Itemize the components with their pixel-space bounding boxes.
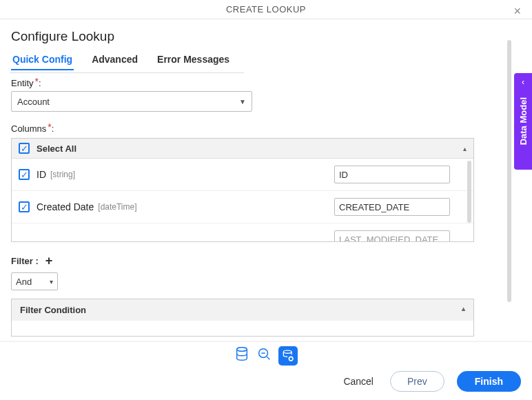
- entity-select[interactable]: Account ▼: [11, 91, 252, 112]
- filter-condition-title: Filter Condition: [20, 305, 86, 315]
- columns-panel: ✓ Select All ▴ ✓ ID [string] ✓ Created D…: [11, 138, 474, 242]
- columns-label: Columns*:: [11, 123, 521, 134]
- filter-condition-header[interactable]: Filter Condition ▴: [12, 299, 473, 321]
- svg-line-3: [267, 357, 270, 360]
- footer-actions: Cancel Prev Finish: [11, 371, 521, 392]
- chevron-left-icon: ‹: [522, 77, 524, 87]
- column-type: [string]: [50, 170, 75, 179]
- filter-label-text: Filter :: [11, 256, 39, 266]
- filter-operator-value: And: [16, 277, 32, 287]
- colon: :: [39, 78, 41, 88]
- filter-label: Filter : +: [11, 254, 521, 267]
- svg-point-4: [283, 350, 291, 353]
- data-model-label: Data Model: [518, 97, 529, 145]
- column-name: Created Date: [37, 201, 94, 212]
- add-filter-button[interactable]: +: [45, 254, 53, 267]
- database-icon[interactable]: [234, 346, 249, 366]
- filter-operator-select[interactable]: And ▾: [11, 272, 58, 290]
- required-asterisk: *: [48, 121, 51, 132]
- column-checkbox[interactable]: ✓: [19, 169, 30, 180]
- column-name: ID: [37, 169, 46, 180]
- tab-quick-config[interactable]: Quick Config: [11, 50, 74, 70]
- page-title: Configure Lookup: [11, 29, 521, 44]
- close-icon: ×: [513, 4, 521, 18]
- required-asterisk: *: [35, 76, 39, 87]
- column-row: ✓ Created Date [dateTime]: [12, 191, 473, 223]
- colon: :: [52, 123, 54, 134]
- column-alias-input[interactable]: [334, 166, 450, 183]
- tab-advanced[interactable]: Advanced: [90, 50, 139, 70]
- titlebar: CREATE LOOKUP ×: [0, 0, 532, 19]
- tab-error-messages[interactable]: Error Messages: [156, 50, 231, 70]
- column-type-value: string: [52, 170, 72, 179]
- search-db-icon[interactable]: [256, 346, 272, 366]
- svg-point-0: [237, 348, 247, 352]
- create-lookup-dialog: CREATE LOOKUP × ‹ Data Model Configure L…: [0, 0, 532, 400]
- column-alias-input[interactable]: [334, 230, 450, 241]
- dialog-footer: Cancel Prev Finish: [0, 341, 532, 400]
- column-row: ✓: [12, 223, 473, 241]
- titlebar-title: CREATE LOOKUP: [226, 4, 306, 14]
- columns-label-text: Columns: [11, 123, 46, 134]
- dialog-content: ‹ Data Model Configure Lookup Quick Conf…: [0, 19, 532, 341]
- entity-label: Entity*:: [11, 77, 521, 88]
- entity-select-value: Account: [17, 97, 50, 107]
- plus-icon: +: [45, 254, 53, 268]
- select-all-checkbox[interactable]: ✓: [19, 143, 30, 154]
- columns-scrollbar[interactable]: [467, 161, 471, 223]
- finish-button[interactable]: Finish: [457, 371, 521, 392]
- filter-condition-body: [12, 321, 473, 336]
- column-alias-input[interactable]: [334, 198, 450, 216]
- columns-panel-body: ✓ ID [string] ✓ Created Date [dateTime] …: [12, 159, 473, 241]
- scrollbar-vertical[interactable]: [507, 40, 511, 302]
- close-button[interactable]: ×: [509, 3, 525, 20]
- cancel-button[interactable]: Cancel: [339, 375, 378, 388]
- form-area: Configure Lookup Quick Config Advanced E…: [0, 19, 532, 341]
- prev-button[interactable]: Prev: [390, 371, 444, 392]
- select-all-label: Select All: [37, 143, 76, 154]
- caret-down-icon: ▾: [50, 278, 53, 286]
- entity-label-text: Entity: [11, 78, 34, 88]
- filter-condition-panel: Filter Condition ▴: [11, 299, 474, 337]
- data-model-side-tab[interactable]: ‹ Data Model: [514, 73, 532, 170]
- footer-icons: [11, 346, 521, 366]
- config-tabs: Quick Config Advanced Error Messages: [11, 50, 521, 70]
- tab-underline: [10, 72, 244, 73]
- column-type: [dateTime]: [98, 202, 136, 212]
- column-type-value: dateTime: [101, 202, 135, 212]
- configure-db-icon[interactable]: [278, 346, 298, 366]
- column-checkbox[interactable]: ✓: [19, 201, 30, 212]
- columns-panel-header[interactable]: ✓ Select All ▴: [12, 139, 473, 159]
- collapse-caret-icon: ▴: [463, 145, 467, 152]
- caret-down-icon: ▼: [239, 98, 246, 106]
- collapse-caret-icon: ▴: [462, 305, 465, 312]
- column-row: ✓ ID [string]: [12, 159, 473, 191]
